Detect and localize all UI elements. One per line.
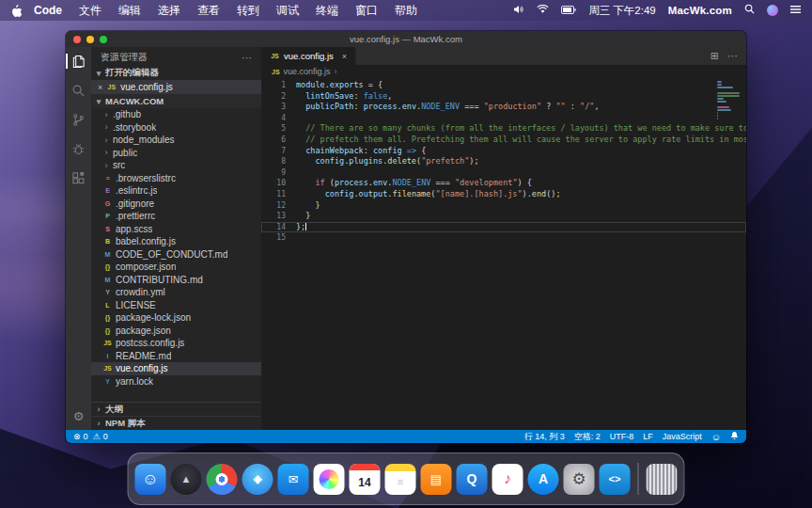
breadcrumb-file[interactable]: vue.config.js: [284, 67, 331, 76]
tree-item-src[interactable]: ›src: [91, 159, 261, 172]
editor-more-actions-icon[interactable]: ⋯: [727, 50, 738, 62]
tree-item-.eslintrc.js[interactable]: E.eslintrc.js: [91, 184, 261, 198]
line-number[interactable]: 10: [261, 178, 296, 189]
line-number[interactable]: 11: [261, 189, 296, 200]
spotlight-icon[interactable]: [744, 4, 755, 17]
dock-photos-icon[interactable]: [314, 464, 345, 495]
notifications-bell-icon[interactable]: [730, 431, 739, 442]
battery-icon[interactable]: [561, 4, 576, 17]
dock-launchpad-icon[interactable]: ▲: [171, 464, 202, 495]
status-item-1[interactable]: 行 14, 列 3: [524, 431, 565, 443]
dock-vscode-icon[interactable]: <>: [600, 464, 631, 495]
tree-item-app.scss[interactable]: Sapp.scss: [91, 223, 261, 236]
menu-item-1[interactable]: 文件: [70, 3, 110, 19]
code-line-10[interactable]: 10 if (process.env.NODE_ENV === "develop…: [261, 178, 746, 189]
code-line-9[interactable]: 9: [261, 167, 746, 179]
line-number[interactable]: 1: [261, 80, 296, 91]
project-root-header[interactable]: ▾ MACWK.COM: [91, 94, 261, 108]
status-item-4[interactable]: LF: [643, 432, 653, 441]
code-line-2[interactable]: 2 lintOnSave: false,: [261, 91, 746, 103]
feedback-smiley-icon[interactable]: ☺: [711, 432, 721, 442]
search-icon[interactable]: [71, 83, 86, 98]
apple-menu-icon[interactable]: [11, 5, 22, 17]
close-window-button[interactable]: [73, 36, 81, 43]
dock-qq-icon[interactable]: Q: [457, 464, 488, 495]
tree-item-CODE_OF_CONDUCT.md[interactable]: MCODE_OF_CONDUCT.md: [91, 248, 261, 262]
menu-item-3[interactable]: 选择: [149, 3, 189, 19]
code-line-5[interactable]: 5 // There are so many chunks (from all …: [261, 123, 746, 135]
dock-appstore-icon[interactable]: A: [528, 464, 559, 495]
minimize-window-button[interactable]: [86, 36, 94, 43]
dock-mail-icon[interactable]: ✉: [278, 464, 309, 495]
dock-safari-icon[interactable]: ◈: [242, 464, 273, 495]
dock-books-icon[interactable]: ▤: [421, 464, 452, 495]
line-number[interactable]: 14: [261, 222, 296, 233]
tree-item-composer.json[interactable]: {}composer.json: [91, 261, 261, 274]
section-大纲[interactable]: ›大纲: [91, 403, 261, 416]
code-line-13[interactable]: 13 }: [261, 211, 746, 222]
status-item-2[interactable]: 空格: 2: [574, 431, 601, 443]
open-editors-header[interactable]: ▾ 打开的编辑器: [91, 66, 261, 80]
code-line-3[interactable]: 3 publicPath: process.env.NODE_ENV === "…: [261, 102, 746, 113]
window-titlebar[interactable]: vue.config.js — MacWk.com: [66, 31, 746, 47]
dock-finder-icon[interactable]: ☺: [135, 464, 166, 495]
code-line-11[interactable]: 11 config.output.filename("[name].[hash]…: [261, 189, 746, 200]
close-editor-icon[interactable]: ×: [98, 83, 102, 92]
dock-calendar-icon[interactable]: 14: [350, 464, 381, 495]
menu-item-7[interactable]: 终端: [307, 3, 347, 19]
menubar-clock[interactable]: 周三 下午2:49: [588, 4, 656, 18]
line-number[interactable]: 5: [261, 123, 296, 135]
tree-item-package.json[interactable]: {}package.json: [91, 325, 261, 338]
menubar-app-name[interactable]: Code: [25, 4, 70, 17]
code-line-7[interactable]: 7 chainWebpack: config => {: [261, 146, 746, 157]
tree-item-babel.config.js[interactable]: Bbabel.config.js: [91, 235, 261, 248]
code-editor[interactable]: 1module.exports = {2 lintOnSave: false,3…: [261, 78, 746, 430]
minimap[interactable]: [717, 81, 742, 123]
tree-item-public[interactable]: ›public: [91, 147, 261, 160]
zoom-window-button[interactable]: [100, 36, 107, 43]
code-line-14[interactable]: 14};: [261, 222, 746, 233]
code-line-6[interactable]: 6 // prefetch them all. Prefetching them…: [261, 135, 746, 146]
code-line-4[interactable]: 4: [261, 113, 746, 124]
tree-item-.storybook[interactable]: ›.storybook: [91, 121, 261, 135]
line-number[interactable]: 15: [261, 232, 296, 244]
code-line-12[interactable]: 12 }: [261, 200, 746, 212]
line-number[interactable]: 12: [261, 200, 296, 212]
tree-item-CONTRIBUTING.md[interactable]: MCONTRIBUTING.md: [91, 274, 261, 287]
tree-item-postcss.config.js[interactable]: JSpostcss.config.js: [91, 337, 261, 350]
tree-item-node_modules[interactable]: ›node_modules: [91, 134, 261, 147]
line-number[interactable]: 9: [261, 167, 296, 179]
tab-vue-config-js[interactable]: JS vue.config.js ×: [261, 47, 356, 65]
manage-gear-icon[interactable]: ⚙: [73, 410, 85, 422]
dock-chrome-icon[interactable]: [207, 464, 238, 495]
tree-item-crowdin.yml[interactable]: Ycrowdin.yml: [91, 286, 261, 299]
dock-notes-icon[interactable]: ≡: [385, 464, 416, 495]
tree-item-.gitignore[interactable]: G.gitignore: [91, 198, 261, 211]
problems-errors[interactable]: ⊗ 0: [73, 432, 88, 441]
line-number[interactable]: 3: [261, 102, 296, 113]
extensions-icon[interactable]: [71, 170, 86, 185]
dock-music-icon[interactable]: ♪: [492, 464, 523, 495]
line-number[interactable]: 2: [261, 91, 296, 103]
line-number[interactable]: 6: [261, 135, 296, 146]
problems-warnings[interactable]: ⚠ 0: [93, 432, 108, 441]
code-line-1[interactable]: 1module.exports = {: [261, 80, 746, 91]
status-item-5[interactable]: JavaScript: [663, 432, 702, 441]
source-control-icon[interactable]: [71, 112, 86, 127]
line-number[interactable]: 13: [261, 211, 296, 222]
siri-icon[interactable]: [767, 5, 778, 16]
tree-item-LICENSE[interactable]: LLICENSE: [91, 299, 261, 312]
tree-item-package-lock.json[interactable]: {}package-lock.json: [91, 311, 261, 325]
wifi-icon[interactable]: [537, 4, 549, 17]
split-editor-icon[interactable]: ⊞: [710, 50, 719, 62]
tree-item-.prettierrc[interactable]: P.prettierrc: [91, 210, 261, 223]
menu-item-6[interactable]: 调试: [268, 3, 307, 19]
menu-item-2[interactable]: 编辑: [110, 3, 149, 19]
menu-item-8[interactable]: 窗口: [347, 3, 386, 19]
tree-item-.browserslistrc[interactable]: ≡.browserslistrc: [91, 172, 261, 185]
line-number[interactable]: 7: [261, 146, 296, 157]
line-number[interactable]: 8: [261, 156, 296, 167]
status-item-3[interactable]: UTF-8: [610, 432, 634, 441]
open-editor-item[interactable]: × JS vue.config.js: [91, 80, 261, 94]
section-NPM 脚本[interactable]: ›NPM 脚本: [91, 416, 261, 430]
